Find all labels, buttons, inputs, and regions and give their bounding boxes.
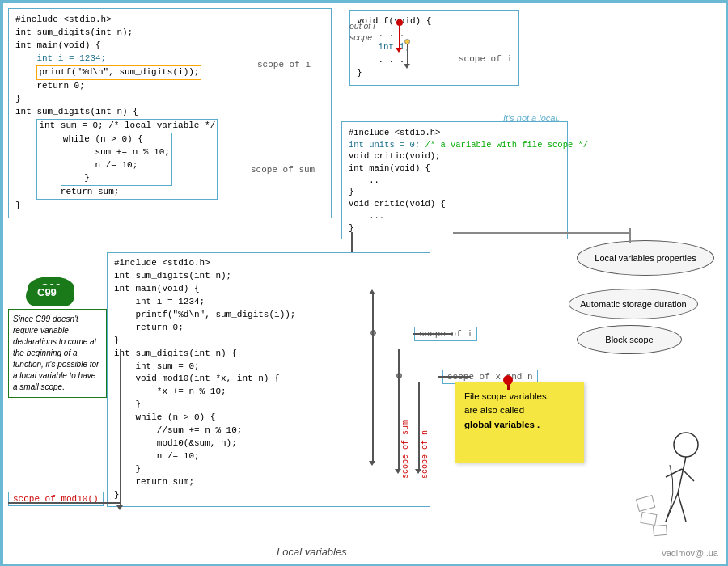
svg-line-3 xyxy=(678,493,686,522)
dot-int-i xyxy=(404,39,410,44)
svg-rect-7 xyxy=(641,513,657,526)
bubble-block-scope: Block scope xyxy=(577,325,682,354)
out-of-scope-label: out of i-scope xyxy=(349,21,396,43)
bubble-line-1 xyxy=(645,276,646,290)
arrow-scope-i-right-head xyxy=(404,64,410,69)
code-box-file-scope: #include <stdio.h> int units = 0; /* a v… xyxy=(341,121,568,239)
svg-line-5 xyxy=(682,469,694,481)
code-box-top-left: #include <stdio.h> int sum_digits(int n)… xyxy=(8,8,332,218)
sticky-note: File scope variablesare also calledgloba… xyxy=(455,382,584,463)
arrow-scope-n-vert-head xyxy=(415,469,421,474)
sticky-pin xyxy=(503,375,513,385)
bubble-line-2 xyxy=(629,319,630,327)
arrow-scope-n-vert xyxy=(418,382,420,471)
svg-rect-8 xyxy=(654,525,667,535)
scope-sum-vtext: scope of sum xyxy=(401,349,410,479)
scope-n-vtext: scope of n xyxy=(421,382,430,479)
bubble-connect-hline xyxy=(453,232,631,234)
person-cartoon xyxy=(633,424,714,542)
c99-text-label: C99 xyxy=(37,286,57,298)
scope-xn-horiz-line xyxy=(438,376,471,378)
scope-sum-label: scope of sum xyxy=(251,165,315,175)
arrow-scope-sum-vert xyxy=(398,349,400,471)
scope-mod10-label: scope of mod10() xyxy=(8,492,104,506)
arrow-scope-sum-vert-head xyxy=(395,469,401,474)
arrow-scope-i-vert xyxy=(372,293,374,463)
svg-line-1 xyxy=(678,457,686,493)
red-dot-out-scope xyxy=(396,19,403,26)
svg-point-0 xyxy=(674,433,698,457)
arrow-scope-mod10-vert xyxy=(120,349,121,507)
scope-i-horiz-line xyxy=(413,333,453,335)
svg-rect-6 xyxy=(637,496,655,512)
sticky-text: File scope variablesare also calledgloba… xyxy=(464,391,547,429)
arrow-scope-mod10-head xyxy=(116,505,123,510)
bubble-auto-storage: Automatic storage duration xyxy=(569,289,698,319)
scope-i-right-label: scope of i xyxy=(459,54,512,64)
arrow-scope-i-right xyxy=(407,44,408,65)
svg-line-4 xyxy=(666,469,682,477)
arrow-scope-i-vert-top xyxy=(369,289,375,294)
scope-i-label-topleft: scope of i xyxy=(257,60,311,70)
page-title: Local variables xyxy=(277,546,347,558)
arrow-out-scope-head xyxy=(396,48,402,53)
code-box-bottom: #include <stdio.h> int sum_digits(int n)… xyxy=(107,252,430,507)
arrow-scope-i-vert-head xyxy=(369,461,375,466)
arrow-out-scope xyxy=(399,26,400,49)
c99-text-box: Since C99 doesn't require variable decla… xyxy=(8,309,107,398)
bubble-connect-vline xyxy=(629,228,631,243)
email-label: vadimov@i.ua xyxy=(662,548,718,558)
bubble-local-vars-props: Local variables properties xyxy=(577,240,714,276)
scope-mod10-hline xyxy=(8,502,120,504)
